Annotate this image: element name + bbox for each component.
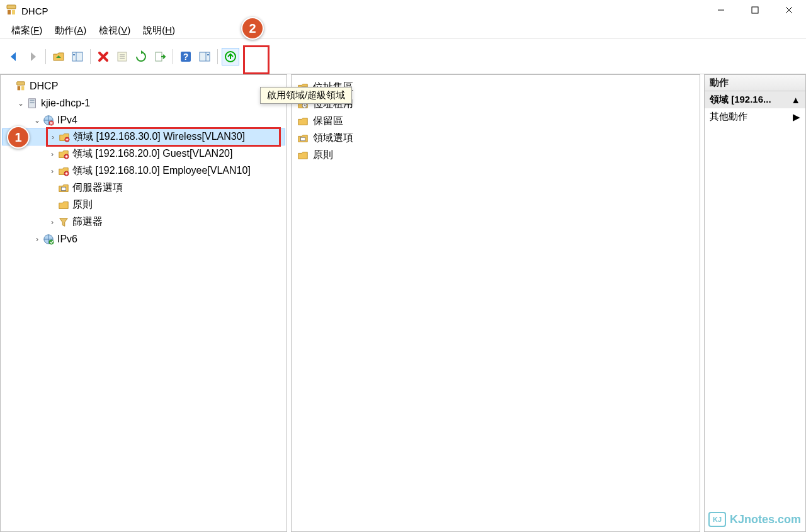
menu-help[interactable]: 說明(H)	[137, 23, 181, 38]
enable-scope-button[interactable]	[222, 48, 239, 65]
callout-1: 1	[7, 126, 30, 149]
scope-folder-icon	[58, 131, 71, 144]
menu-bar: 檔案(F) 動作(A) 檢視(V) 說明(H)	[0, 22, 806, 39]
svg-rect-0	[7, 5, 16, 9]
tree-label: 領域 [192.168.10.0] Employee[VLAN10]	[72, 164, 251, 178]
svg-rect-37	[300, 137, 305, 140]
tree-label: 領域 [192.168.20.0] Guest[VLAN20]	[72, 147, 232, 161]
chevron-right-icon[interactable]: ›	[47, 167, 57, 176]
callout-2: 2	[241, 17, 264, 40]
watermark: KJ KJnotes.com	[708, 512, 801, 527]
tree-label: IPv4	[57, 115, 77, 126]
tree-root-dhcp[interactable]: DHCP	[2, 77, 285, 94]
actions-pane: 動作 領域 [192.16... ▲ 其他動作 ▶	[704, 74, 806, 532]
toolbar-separator	[217, 49, 218, 64]
actions-scope-header[interactable]: 領域 [192.16... ▲	[705, 91, 805, 108]
actions-header: 動作	[705, 75, 805, 91]
toolbar-separator	[173, 49, 173, 64]
scope-folder-icon	[57, 165, 70, 178]
up-folder-button[interactable]	[50, 48, 67, 65]
tree-scope-employee[interactable]: › 領域 [192.168.10.0] Employee[VLAN10]	[2, 162, 285, 179]
list-item[interactable]: 位址集區	[297, 79, 695, 96]
reservations-icon	[297, 115, 309, 128]
scope-folder-icon	[57, 148, 70, 161]
server-options-icon	[57, 182, 70, 195]
refresh-button[interactable]	[132, 48, 150, 65]
actions-other[interactable]: 其他動作 ▶	[705, 108, 805, 125]
svg-rect-25	[30, 99, 34, 101]
chevron-right-icon: ▶	[793, 111, 800, 123]
collapse-icon: ▲	[791, 94, 800, 105]
tree-scope-guest[interactable]: › 領域 [192.168.20.0] Guest[VLAN20]	[2, 145, 285, 162]
toolbar: ?	[0, 39, 806, 74]
forward-button[interactable]	[24, 48, 42, 65]
properties-button[interactable]	[113, 48, 131, 65]
tree-pane: DHCP ⌄ kjie-dhcp-1 ⌄ IPv4 ›	[0, 74, 287, 532]
actions-scope-label: 領域 [192.16...	[710, 94, 771, 106]
tree-label: IPv6	[57, 234, 77, 245]
tree-ipv4[interactable]: ⌄ IPv4	[2, 111, 285, 128]
tree-ipv6[interactable]: › IPv6	[2, 230, 285, 247]
minimize-button[interactable]	[704, 0, 738, 20]
chevron-right-icon[interactable]: ›	[32, 235, 42, 244]
svg-rect-32	[61, 187, 65, 190]
toolbar-separator	[90, 49, 91, 64]
close-button[interactable]	[772, 0, 806, 20]
list-item[interactable]: 領域選項	[297, 130, 695, 147]
show-hide-tree-button[interactable]	[69, 48, 86, 65]
svg-rect-19	[207, 54, 209, 55]
back-button[interactable]	[5, 48, 23, 65]
svg-rect-1	[8, 10, 11, 14]
svg-text:?: ?	[183, 52, 189, 62]
tree-policies[interactable]: 原則	[2, 196, 285, 213]
tree-label: DHCP	[30, 81, 58, 92]
chevron-right-icon[interactable]: ›	[47, 218, 57, 227]
list-label: 領域選項	[313, 132, 353, 145]
tree-filters[interactable]: › 篩選器	[2, 213, 285, 230]
policies-icon	[297, 149, 309, 162]
scope-options-icon	[297, 132, 309, 145]
tree-server[interactable]: ⌄ kjie-dhcp-1	[2, 94, 285, 111]
watermark-text: KJnotes.com	[730, 513, 801, 526]
maximize-button[interactable]	[738, 0, 772, 20]
ipv4-icon	[42, 114, 55, 127]
list-item[interactable]: 保留區	[297, 113, 695, 130]
chevron-right-icon[interactable]: ›	[47, 150, 57, 159]
policies-icon	[57, 199, 70, 212]
chevron-down-icon[interactable]: ⌄	[16, 99, 26, 108]
list-item[interactable]: 位址租用	[297, 96, 695, 113]
delete-button[interactable]	[94, 48, 112, 65]
list-label: 原則	[313, 149, 333, 162]
menu-view[interactable]: 檢視(V)	[93, 23, 137, 38]
chevron-down-icon[interactable]: ⌄	[32, 116, 42, 125]
app-icon	[5, 4, 18, 19]
tree-label: 原則	[72, 198, 93, 212]
tree-label: 篩選器	[72, 215, 103, 229]
tree-label: kjie-dhcp-1	[41, 98, 90, 109]
actions-other-label: 其他動作	[710, 111, 747, 123]
tree-server-options[interactable]: 伺服器選項	[2, 179, 285, 196]
svg-rect-23	[21, 86, 25, 90]
svg-rect-17	[200, 52, 210, 61]
export-list-button[interactable]	[151, 48, 169, 65]
menu-file[interactable]: 檔案(F)	[5, 23, 48, 38]
detail-pane: 位址集區 位址租用 保留區 領域選項 原則	[291, 74, 700, 532]
list-item[interactable]: 原則	[297, 147, 695, 164]
chevron-right-icon[interactable]: ›	[48, 133, 58, 142]
filters-icon	[57, 216, 70, 229]
list-label: 保留區	[313, 115, 343, 128]
help-button[interactable]: ?	[177, 48, 195, 65]
ipv6-icon	[42, 233, 55, 246]
svg-rect-9	[73, 54, 75, 55]
svg-rect-2	[12, 10, 15, 14]
window-title: DHCP	[21, 6, 48, 16]
svg-rect-22	[18, 86, 20, 90]
tree-scope-wireless[interactable]: › 領域 [192.168.30.0] Wireless[VLAN30]	[2, 128, 285, 145]
dhcp-icon	[14, 80, 27, 93]
svg-rect-14	[156, 52, 162, 61]
menu-action[interactable]: 動作(A)	[48, 23, 93, 38]
svg-rect-26	[30, 102, 34, 103]
svg-rect-21	[17, 81, 25, 84]
show-hide-action-pane-button[interactable]	[196, 48, 213, 65]
svg-rect-4	[752, 7, 758, 13]
